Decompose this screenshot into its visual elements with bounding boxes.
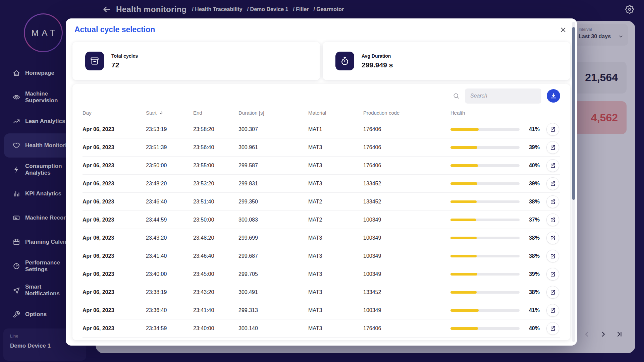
cell-end: 23:48:20 <box>193 235 238 241</box>
health-progress-bar <box>450 237 520 239</box>
search-input[interactable] <box>465 88 541 104</box>
cell-start: 23:34:59 <box>146 325 193 331</box>
open-cycle-button[interactable] <box>546 159 559 172</box>
open-cycle-button[interactable] <box>546 286 559 299</box>
table-row[interactable]: Apr 06, 2023 23:53:19 23:58:20 300.307 M… <box>83 120 560 138</box>
health-progress-bar <box>450 255 520 257</box>
cell-day: Apr 06, 2023 <box>83 325 146 331</box>
open-cycle-button[interactable] <box>546 123 559 136</box>
table-row[interactable]: Apr 06, 2023 23:36:40 23:41:40 299.313 M… <box>83 301 560 319</box>
cell-start: 23:53:19 <box>146 126 193 132</box>
cycle-table-panel: DayStartEndDuration [s]MaterialProductio… <box>72 84 570 340</box>
health-percent: 38% <box>522 235 540 241</box>
cell-end: 23:45:00 <box>193 271 238 277</box>
column-header-label: Production code <box>363 110 399 116</box>
cell-production-code: 176406 <box>363 144 450 150</box>
cell-duration: 300.083 <box>238 217 308 223</box>
cell-day: Apr 06, 2023 <box>83 271 146 277</box>
column-header-material[interactable]: Material <box>308 110 363 116</box>
cell-health: 38% <box>450 286 560 299</box>
cell-duration: 299.705 <box>238 271 308 277</box>
cell-duration: 299.687 <box>238 253 308 259</box>
cell-duration: 300.961 <box>238 144 308 150</box>
open-cycle-button[interactable] <box>546 177 559 190</box>
table-row[interactable]: Apr 06, 2023 23:40:00 23:45:00 299.705 M… <box>83 265 560 283</box>
cell-health: 38% <box>450 195 560 208</box>
download-button[interactable] <box>547 89 560 103</box>
health-percent: 37% <box>522 217 540 223</box>
health-percent: 40% <box>522 163 540 169</box>
cell-day: Apr 06, 2023 <box>83 126 146 132</box>
cell-duration: 299.587 <box>238 163 308 169</box>
open-cycle-button[interactable] <box>546 322 559 335</box>
column-header-label: Material <box>308 110 326 116</box>
summary-card-total-cycles: Total cycles 72 <box>72 42 320 80</box>
cell-end: 23:50:00 <box>193 217 238 223</box>
table-row[interactable]: Apr 06, 2023 23:48:20 23:53:20 299.831 M… <box>83 175 560 193</box>
table-row[interactable]: Apr 06, 2023 23:34:59 23:40:00 300.140 M… <box>83 319 560 338</box>
close-icon[interactable] <box>558 25 568 35</box>
cell-duration: 300.140 <box>238 325 308 331</box>
search-icon <box>453 93 460 99</box>
health-progress-bar <box>450 182 520 185</box>
column-header-production-code[interactable]: Production code <box>363 110 450 116</box>
table-row[interactable]: Apr 06, 2023 23:41:40 23:46:40 299.687 M… <box>83 247 560 265</box>
table-body: Apr 06, 2023 23:53:19 23:58:20 300.307 M… <box>83 120 560 338</box>
cell-production-code: 100349 <box>363 217 450 223</box>
cell-start: 23:46:40 <box>146 199 193 205</box>
table-row[interactable]: Apr 06, 2023 23:38:19 23:43:20 300.491 M… <box>83 283 560 301</box>
column-header-day[interactable]: Day <box>83 110 146 116</box>
cell-health: 40% <box>450 159 560 172</box>
cell-end: 23:53:20 <box>193 181 238 187</box>
table-row[interactable]: Apr 06, 2023 23:46:40 23:51:40 299.350 M… <box>83 193 560 211</box>
cell-production-code: 176406 <box>363 325 450 331</box>
cell-production-code: 100349 <box>363 271 450 277</box>
health-progress-bar <box>450 200 520 203</box>
summary-label: Avg Duration <box>362 53 393 59</box>
cell-duration: 299.313 <box>238 307 308 313</box>
table-row[interactable]: Apr 06, 2023 23:50:00 23:55:00 299.587 M… <box>83 157 560 175</box>
health-percent: 39% <box>522 181 540 187</box>
column-header-end[interactable]: End <box>193 110 238 116</box>
cell-production-code: 100349 <box>363 235 450 241</box>
cell-duration: 299.699 <box>238 235 308 241</box>
health-percent: 38% <box>522 253 540 259</box>
health-progress-bar <box>450 273 520 276</box>
cell-production-code: 176406 <box>363 163 450 169</box>
health-progress-bar <box>450 291 520 294</box>
cell-material: MAT3 <box>308 271 363 277</box>
health-progress-bar <box>450 219 520 221</box>
table-row[interactable]: Apr 06, 2023 23:44:59 23:50:00 300.083 M… <box>83 211 560 229</box>
open-cycle-button[interactable] <box>546 304 559 317</box>
cell-material: MAT1 <box>308 126 363 132</box>
cell-health: 39% <box>450 177 560 190</box>
open-cycle-button[interactable] <box>546 195 559 208</box>
column-header-start[interactable]: Start <box>146 110 193 116</box>
cell-start: 23:48:20 <box>146 181 193 187</box>
cell-health: 37% <box>450 214 560 226</box>
health-progress-bar <box>450 164 520 167</box>
open-cycle-button[interactable] <box>546 268 559 281</box>
column-header-label: Start <box>146 110 157 116</box>
scrollbar-thumb[interactable] <box>572 27 575 200</box>
health-percent: 41% <box>522 126 540 132</box>
open-cycle-button[interactable] <box>546 232 559 244</box>
health-progress-bar <box>450 128 520 131</box>
table-row[interactable]: Apr 06, 2023 23:51:39 23:56:40 300.961 M… <box>83 138 560 157</box>
column-header-health[interactable]: Health <box>450 110 560 116</box>
table-row[interactable]: Apr 06, 2023 23:43:20 23:48:20 299.699 M… <box>83 229 560 247</box>
modal-scrollbar[interactable] <box>572 22 575 342</box>
cell-duration: 300.491 <box>238 289 308 295</box>
open-cycle-button[interactable] <box>546 214 559 226</box>
column-header-duration-s[interactable]: Duration [s] <box>238 110 308 116</box>
cell-day: Apr 06, 2023 <box>83 199 146 205</box>
cell-end: 23:40:00 <box>193 325 238 331</box>
open-cycle-button[interactable] <box>546 141 559 154</box>
cell-material: MAT3 <box>308 181 363 187</box>
open-cycle-button[interactable] <box>546 250 559 262</box>
cell-production-code: 100349 <box>363 307 450 313</box>
summary-value: 299.949 s <box>362 61 393 69</box>
cell-material: MAT3 <box>308 235 363 241</box>
cell-start: 23:41:40 <box>146 253 193 259</box>
cell-material: MAT3 <box>308 163 363 169</box>
